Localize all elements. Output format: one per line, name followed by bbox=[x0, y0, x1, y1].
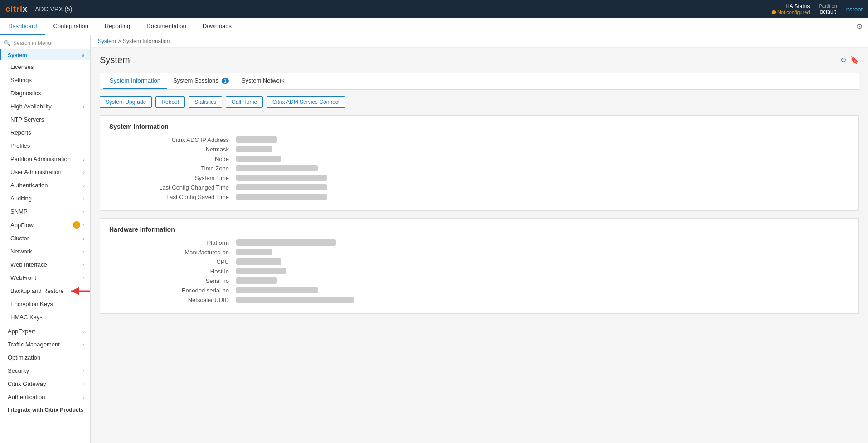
settings-icon[interactable]: ⚙ bbox=[856, 23, 863, 30]
info-value-last-config-changed: redacted bbox=[236, 184, 849, 191]
nav-dashboard[interactable]: Dashboard bbox=[0, 18, 45, 35]
sidebar-label-authentication-top: Authentication bbox=[8, 394, 45, 400]
sidebar-item-user-administration[interactable]: User Administration › bbox=[0, 166, 90, 179]
sidebar-item-appexpert[interactable]: AppExpert › bbox=[0, 325, 90, 338]
info-label-manufactured: Manufactured on bbox=[109, 249, 236, 256]
chevron-right-icon: › bbox=[83, 170, 85, 175]
sidebar-item-network[interactable]: Network › bbox=[0, 245, 90, 258]
breadcrumb-current: System Information bbox=[123, 38, 170, 44]
search-box[interactable]: 🔍 Search in Menu bbox=[0, 37, 90, 49]
sidebar-item-webfront[interactable]: WebFront › bbox=[0, 271, 90, 284]
system-info-table: Citrix ADC IP Address redacted Netmask r… bbox=[109, 136, 849, 200]
info-label-netmask: Netmask bbox=[109, 146, 236, 153]
sidebar-item-ntp-servers[interactable]: NTP Servers bbox=[0, 113, 90, 126]
tab-system-sessions-label: System Sessions bbox=[173, 77, 218, 84]
sidebar-label-diagnostics: Diagnostics bbox=[10, 90, 41, 97]
chevron-right-icon: › bbox=[83, 183, 85, 188]
sidebar-item-settings[interactable]: Settings bbox=[0, 73, 90, 87]
sidebar-item-diagnostics[interactable]: Diagnostics bbox=[0, 87, 90, 100]
partition-label: Partition bbox=[819, 3, 837, 9]
sidebar-item-profiles[interactable]: Profiles bbox=[0, 139, 90, 152]
info-value-timezone: redacted bbox=[236, 165, 849, 172]
main-layout: 🔍 Search in Menu System ∨ Licenses Setti… bbox=[0, 35, 868, 443]
refresh-icon[interactable]: ↻ bbox=[840, 56, 846, 64]
info-label-timezone: Time Zone bbox=[109, 165, 236, 172]
info-label-uuid: Netscaler UUID bbox=[109, 297, 236, 303]
sidebar-item-web-interface[interactable]: Web Interface › bbox=[0, 258, 90, 271]
sidebar-label-appexpert: AppExpert bbox=[8, 328, 35, 335]
sidebar-item-backup-restore[interactable]: Backup and Restore bbox=[0, 284, 90, 297]
chevron-right-icon: › bbox=[83, 262, 85, 268]
sidebar-item-optimization[interactable]: Optimization bbox=[0, 351, 90, 364]
sidebar-item-integrate-citrix[interactable]: Integrate with Citrix Products bbox=[0, 404, 90, 416]
citrix-adm-service-connect-button[interactable]: Citrix ADM Service Connect bbox=[267, 96, 345, 108]
sidebar-label-user-administration: User Administration bbox=[10, 169, 62, 175]
sidebar-item-cluster[interactable]: Cluster › bbox=[0, 232, 90, 245]
reboot-button[interactable]: Reboot bbox=[155, 96, 185, 108]
tab-system-network[interactable]: System Network bbox=[235, 73, 291, 89]
sidebar-label-settings: Settings bbox=[10, 77, 32, 83]
citrix-logo: citrix bbox=[5, 5, 28, 14]
sidebar-item-system[interactable]: System ∨ bbox=[0, 49, 90, 60]
sidebar-item-citrix-gateway[interactable]: Citrix Gateway › bbox=[0, 377, 90, 390]
warning-badge-icon: ! bbox=[73, 221, 80, 229]
sidebar-label-hmac-keys: HMAC Keys bbox=[10, 314, 43, 321]
info-row-netmask: Netmask redacted bbox=[109, 146, 849, 153]
info-value-platform: redacted bbox=[236, 239, 849, 246]
chevron-right-icon: › bbox=[83, 249, 85, 254]
system-upgrade-button[interactable]: System Upgrade bbox=[100, 96, 152, 108]
breadcrumb-system[interactable]: System bbox=[98, 38, 116, 44]
sidebar-item-reports[interactable]: Reports bbox=[0, 126, 90, 139]
statistics-button[interactable]: Statistics bbox=[189, 96, 222, 108]
sidebar-item-appflow[interactable]: AppFlow ! › bbox=[0, 218, 90, 232]
sidebar-item-authentication-top[interactable]: Authentication › bbox=[0, 390, 90, 404]
nav-documentation[interactable]: Documentation bbox=[138, 18, 194, 35]
tab-system-information[interactable]: System Information bbox=[103, 73, 167, 89]
info-value-uuid: redacted bbox=[236, 297, 849, 303]
sidebar-label-citrix-gateway: Citrix Gateway bbox=[8, 380, 46, 387]
sidebar-item-security[interactable]: Security › bbox=[0, 364, 90, 377]
info-value-cpu: redacted bbox=[236, 258, 849, 265]
sidebar-item-licenses[interactable]: Licenses bbox=[0, 60, 90, 73]
appflow-right: ! › bbox=[73, 221, 85, 229]
sidebar-item-high-availability[interactable]: High Availability › bbox=[0, 100, 90, 113]
sidebar-item-traffic-management[interactable]: Traffic Management › bbox=[0, 338, 90, 351]
sidebar-label-auditing: Auditing bbox=[10, 195, 32, 202]
tab-system-sessions[interactable]: System Sessions 1 bbox=[167, 73, 235, 89]
partition-info[interactable]: Partition default bbox=[819, 3, 837, 15]
info-label-platform: Platform bbox=[109, 239, 236, 246]
sidebar-item-snmp[interactable]: SNMP › bbox=[0, 205, 90, 218]
info-value-manufactured: redacted bbox=[236, 249, 849, 256]
sidebar-item-auditing[interactable]: Auditing › bbox=[0, 192, 90, 205]
sidebar-label-encryption-keys: Encryption Keys bbox=[10, 301, 53, 307]
sidebar-label-profiles: Profiles bbox=[10, 142, 30, 149]
info-value-ip: redacted bbox=[236, 136, 849, 143]
nav-configuration[interactable]: Configuration bbox=[45, 18, 97, 35]
info-label-encoded-serial: Encoded serial no bbox=[109, 287, 236, 294]
hardware-info-table: Platform redacted Manufactured on redact… bbox=[109, 239, 849, 303]
info-value-node: redacted bbox=[236, 156, 849, 162]
tab-system-network-label: System Network bbox=[242, 77, 285, 84]
sidebar-item-partition-administration[interactable]: Partition Administration › bbox=[0, 152, 90, 166]
sidebar-item-authentication[interactable]: Authentication › bbox=[0, 179, 90, 192]
bookmark-icon[interactable]: 🔖 bbox=[850, 56, 859, 64]
info-label-system-time: System Time bbox=[109, 175, 236, 181]
app-title: ADC VPX (5) bbox=[35, 5, 72, 13]
top-header: citrix ADC VPX (5) HA Status Not configu… bbox=[0, 0, 868, 18]
nav-reporting[interactable]: Reporting bbox=[97, 18, 138, 35]
sidebar: 🔍 Search in Menu System ∨ Licenses Setti… bbox=[0, 35, 91, 443]
info-row-last-config-changed: Last Config Changed Time redacted bbox=[109, 184, 849, 191]
nav-bar: Dashboard Configuration Reporting Docume… bbox=[0, 18, 868, 35]
info-row-manufactured: Manufactured on redacted bbox=[109, 249, 849, 256]
info-row-ip: Citrix ADC IP Address redacted bbox=[109, 136, 849, 143]
call-home-button[interactable]: Call Home bbox=[226, 96, 263, 108]
tab-badge: 1 bbox=[222, 78, 229, 84]
ha-status: HA Status Not configured bbox=[772, 3, 810, 15]
sidebar-label-ntp-servers: NTP Servers bbox=[10, 116, 44, 123]
sidebar-item-encryption-keys[interactable]: Encryption Keys bbox=[0, 297, 90, 311]
nav-downloads[interactable]: Downloads bbox=[194, 18, 240, 35]
sidebar-item-hmac-keys[interactable]: HMAC Keys bbox=[0, 311, 90, 324]
tabs-bar: System Information System Sessions 1 Sys… bbox=[100, 73, 859, 90]
breadcrumb-separator: > bbox=[118, 38, 121, 44]
user-info[interactable]: nsroot bbox=[846, 6, 863, 13]
